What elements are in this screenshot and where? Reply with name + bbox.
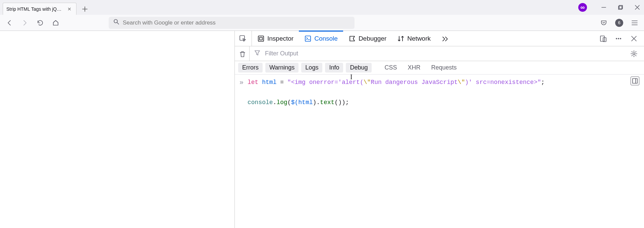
account-infinity-icon[interactable]: ∞ [578,3,587,12]
close-tab-icon[interactable]: ✕ [66,6,73,12]
svg-point-9 [616,38,617,39]
console-settings-icon[interactable] [628,48,640,60]
filter-input-placeholder[interactable]: Filter Output [265,50,623,57]
cat-warnings[interactable]: Warnings [265,63,299,73]
devtools-panel: Inspector Console Debugger Network [235,31,644,228]
tab-console[interactable]: Console [299,31,343,46]
console-output[interactable]: » let html = "<img onerror='alert(\"Run … [235,75,644,228]
cat-requests[interactable]: Requests [427,63,461,73]
tab-inspector-label: Inspector [267,35,293,42]
cat-xhr[interactable]: XHR [404,63,425,73]
tab-network-label: Network [407,35,431,42]
svg-rect-13 [633,79,637,83]
svg-rect-4 [258,36,264,41]
close-window-icon[interactable] [633,3,642,12]
page-viewport [0,31,235,228]
window-controls: ∞ [578,3,642,12]
svg-rect-6 [305,36,311,41]
cat-debug[interactable]: Debug [346,63,372,73]
tab-console-label: Console [314,35,338,42]
minimize-window-icon[interactable] [599,3,608,12]
pocket-icon[interactable] [598,17,610,29]
notifications-badge[interactable]: 6 [613,17,625,29]
tab-overflow-icon[interactable] [436,31,454,46]
menu-icon[interactable] [629,17,641,29]
browser-tab-title: Strip HTML Tags with jQuery [6,6,63,12]
tab-debugger[interactable]: Debugger [343,31,392,46]
address-input[interactable] [123,19,350,26]
browser-tab[interactable]: Strip HTML Tags with jQuery ✕ [3,3,76,15]
restore-window-icon[interactable] [616,3,625,12]
cat-logs[interactable]: Logs [301,63,322,73]
svg-rect-3 [240,36,245,40]
svg-point-10 [618,38,619,39]
devtools-more-icon[interactable] [612,33,625,45]
chevron-prompt-icon: » [239,79,244,86]
filter-icon [254,50,260,57]
console-filter-bar: Filter Output [235,46,644,61]
cat-info[interactable]: Info [325,63,343,73]
tab-debugger-label: Debugger [359,35,386,42]
browser-tab-bar: Strip HTML Tags with jQuery ✕ ∞ [0,0,644,15]
search-icon [113,19,119,27]
svg-point-11 [620,38,621,39]
new-tab-button[interactable] [79,3,91,15]
tab-network[interactable]: Network [392,31,436,46]
svg-rect-5 [260,37,262,40]
console-category-row: Errors Warnings Logs Info Debug CSS XHR … [235,61,644,75]
browser-toolbar: 6 [0,15,644,31]
home-button[interactable] [50,17,62,29]
address-bar[interactable] [109,17,355,29]
devtools-close-icon[interactable] [628,33,640,45]
cat-errors[interactable]: Errors [238,63,263,73]
cat-css[interactable]: CSS [380,63,401,73]
split-console-icon[interactable] [631,77,639,85]
notifications-count: 6 [615,19,623,27]
reload-button[interactable] [34,17,46,29]
responsive-mode-icon[interactable] [597,33,609,45]
back-button[interactable] [3,17,15,29]
element-picker-icon[interactable] [237,33,249,45]
console-code[interactable]: let html = "<img onerror='alert(\"Run da… [248,77,545,107]
svg-point-12 [633,53,635,55]
svg-rect-7 [600,36,604,41]
console-input-row[interactable]: » let html = "<img onerror='alert(\"Run … [239,77,639,107]
devtools-tab-bar: Inspector Console Debugger Network [235,31,644,46]
forward-button[interactable] [19,17,31,29]
tab-inspector[interactable]: Inspector [252,31,299,46]
clear-console-icon[interactable] [239,46,250,61]
